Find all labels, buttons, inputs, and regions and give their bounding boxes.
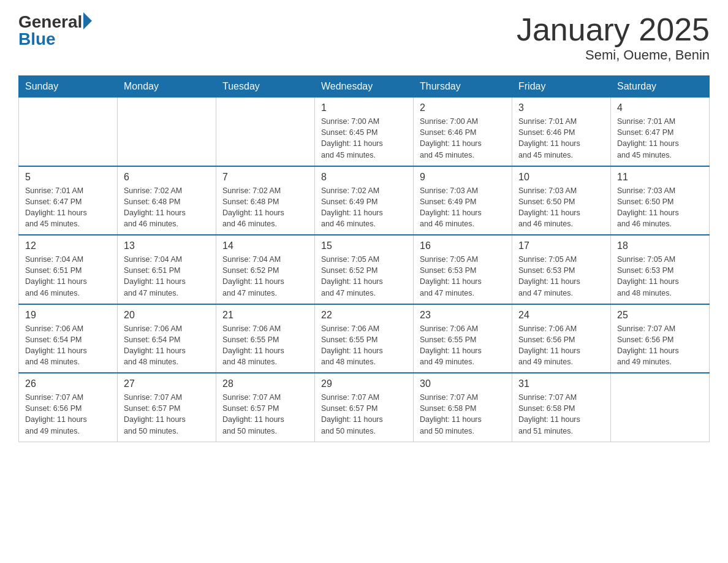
day-info: Sunrise: 7:01 AM Sunset: 6:47 PM Dayligh…	[617, 116, 703, 161]
day-info: Sunrise: 7:07 AM Sunset: 6:56 PM Dayligh…	[617, 323, 703, 368]
day-number: 26	[25, 378, 111, 389]
calendar-cell: 27Sunrise: 7:07 AM Sunset: 6:57 PM Dayli…	[118, 373, 216, 442]
calendar-cell: 13Sunrise: 7:04 AM Sunset: 6:51 PM Dayli…	[118, 235, 216, 304]
day-info: Sunrise: 7:07 AM Sunset: 6:56 PM Dayligh…	[25, 392, 111, 437]
day-number: 2	[420, 102, 506, 113]
calendar-cell	[19, 98, 118, 166]
day-info: Sunrise: 7:05 AM Sunset: 6:53 PM Dayligh…	[617, 254, 703, 299]
calendar-cell: 2Sunrise: 7:00 AM Sunset: 6:46 PM Daylig…	[414, 98, 512, 166]
day-number: 28	[222, 378, 308, 389]
day-info: Sunrise: 7:01 AM Sunset: 6:46 PM Dayligh…	[518, 116, 604, 161]
calendar-cell: 18Sunrise: 7:05 AM Sunset: 6:53 PM Dayli…	[611, 235, 710, 304]
day-info: Sunrise: 7:02 AM Sunset: 6:49 PM Dayligh…	[321, 185, 407, 230]
day-number: 9	[420, 172, 506, 183]
day-info: Sunrise: 7:00 AM Sunset: 6:45 PM Dayligh…	[321, 116, 407, 161]
calendar-week-row: 5Sunrise: 7:01 AM Sunset: 6:47 PM Daylig…	[19, 166, 710, 236]
day-number: 5	[25, 172, 111, 183]
day-info: Sunrise: 7:06 AM Sunset: 6:55 PM Dayligh…	[222, 323, 308, 368]
calendar-week-row: 1Sunrise: 7:00 AM Sunset: 6:45 PM Daylig…	[19, 98, 710, 166]
calendar-cell: 5Sunrise: 7:01 AM Sunset: 6:47 PM Daylig…	[19, 166, 118, 236]
day-header-friday: Friday	[512, 76, 611, 98]
day-info: Sunrise: 7:04 AM Sunset: 6:52 PM Dayligh…	[222, 254, 308, 299]
day-number: 24	[518, 310, 604, 321]
day-header-saturday: Saturday	[611, 76, 710, 98]
day-header-wednesday: Wednesday	[315, 76, 414, 98]
day-info: Sunrise: 7:00 AM Sunset: 6:46 PM Dayligh…	[420, 116, 506, 161]
calendar-cell: 22Sunrise: 7:06 AM Sunset: 6:55 PM Dayli…	[315, 304, 414, 373]
day-info: Sunrise: 7:06 AM Sunset: 6:56 PM Dayligh…	[518, 323, 604, 368]
calendar-cell: 8Sunrise: 7:02 AM Sunset: 6:49 PM Daylig…	[315, 166, 414, 236]
day-number: 22	[321, 310, 407, 321]
day-info: Sunrise: 7:04 AM Sunset: 6:51 PM Dayligh…	[124, 254, 210, 299]
day-number: 10	[518, 172, 604, 183]
day-number: 19	[25, 310, 111, 321]
day-number: 20	[124, 310, 210, 321]
calendar-cell: 25Sunrise: 7:07 AM Sunset: 6:56 PM Dayli…	[611, 304, 710, 373]
day-info: Sunrise: 7:03 AM Sunset: 6:49 PM Dayligh…	[420, 185, 506, 230]
calendar-cell: 9Sunrise: 7:03 AM Sunset: 6:49 PM Daylig…	[414, 166, 512, 236]
calendar-cell: 23Sunrise: 7:06 AM Sunset: 6:55 PM Dayli…	[414, 304, 512, 373]
logo-blue-text: Blue	[18, 29, 56, 49]
day-info: Sunrise: 7:06 AM Sunset: 6:55 PM Dayligh…	[420, 323, 506, 368]
day-info: Sunrise: 7:06 AM Sunset: 6:54 PM Dayligh…	[25, 323, 111, 368]
calendar-cell: 14Sunrise: 7:04 AM Sunset: 6:52 PM Dayli…	[216, 235, 315, 304]
calendar-cell: 1Sunrise: 7:00 AM Sunset: 6:45 PM Daylig…	[315, 98, 414, 166]
title-section: January 2025 Semi, Oueme, Benin	[517, 12, 710, 63]
calendar-cell: 10Sunrise: 7:03 AM Sunset: 6:50 PM Dayli…	[512, 166, 611, 236]
calendar-cell: 21Sunrise: 7:06 AM Sunset: 6:55 PM Dayli…	[216, 304, 315, 373]
day-number: 16	[420, 240, 506, 251]
day-info: Sunrise: 7:05 AM Sunset: 6:53 PM Dayligh…	[518, 254, 604, 299]
day-number: 1	[321, 102, 407, 113]
day-header-monday: Monday	[118, 76, 216, 98]
day-number: 13	[124, 240, 210, 251]
calendar-cell: 4Sunrise: 7:01 AM Sunset: 6:47 PM Daylig…	[611, 98, 710, 166]
calendar-cell: 15Sunrise: 7:05 AM Sunset: 6:52 PM Dayli…	[315, 235, 414, 304]
day-number: 31	[518, 378, 604, 389]
day-number: 17	[518, 240, 604, 251]
day-info: Sunrise: 7:02 AM Sunset: 6:48 PM Dayligh…	[222, 185, 308, 230]
day-info: Sunrise: 7:03 AM Sunset: 6:50 PM Dayligh…	[518, 185, 604, 230]
day-header-tuesday: Tuesday	[216, 76, 315, 98]
calendar-cell: 28Sunrise: 7:07 AM Sunset: 6:57 PM Dayli…	[216, 373, 315, 442]
calendar-week-row: 26Sunrise: 7:07 AM Sunset: 6:56 PM Dayli…	[19, 373, 710, 442]
day-info: Sunrise: 7:07 AM Sunset: 6:57 PM Dayligh…	[321, 392, 407, 437]
day-number: 25	[617, 310, 703, 321]
day-header-thursday: Thursday	[414, 76, 512, 98]
day-info: Sunrise: 7:03 AM Sunset: 6:50 PM Dayligh…	[617, 185, 703, 230]
day-info: Sunrise: 7:05 AM Sunset: 6:52 PM Dayligh…	[321, 254, 407, 299]
calendar-cell: 11Sunrise: 7:03 AM Sunset: 6:50 PM Dayli…	[611, 166, 710, 236]
day-number: 29	[321, 378, 407, 389]
calendar-cell: 20Sunrise: 7:06 AM Sunset: 6:54 PM Dayli…	[118, 304, 216, 373]
day-number: 27	[124, 378, 210, 389]
day-info: Sunrise: 7:07 AM Sunset: 6:58 PM Dayligh…	[420, 392, 506, 437]
day-info: Sunrise: 7:01 AM Sunset: 6:47 PM Dayligh…	[25, 185, 111, 230]
day-number: 18	[617, 240, 703, 251]
day-info: Sunrise: 7:06 AM Sunset: 6:54 PM Dayligh…	[124, 323, 210, 368]
calendar-cell: 24Sunrise: 7:06 AM Sunset: 6:56 PM Dayli…	[512, 304, 611, 373]
day-number: 14	[222, 240, 308, 251]
calendar-cell: 12Sunrise: 7:04 AM Sunset: 6:51 PM Dayli…	[19, 235, 118, 304]
day-number: 12	[25, 240, 111, 251]
day-header-sunday: Sunday	[19, 76, 118, 98]
calendar-week-row: 19Sunrise: 7:06 AM Sunset: 6:54 PM Dayli…	[19, 304, 710, 373]
day-info: Sunrise: 7:05 AM Sunset: 6:53 PM Dayligh…	[420, 254, 506, 299]
day-info: Sunrise: 7:07 AM Sunset: 6:57 PM Dayligh…	[124, 392, 210, 437]
day-number: 21	[222, 310, 308, 321]
calendar-title: January 2025	[517, 12, 710, 47]
day-number: 11	[617, 172, 703, 183]
day-info: Sunrise: 7:07 AM Sunset: 6:57 PM Dayligh…	[222, 392, 308, 437]
calendar-week-row: 12Sunrise: 7:04 AM Sunset: 6:51 PM Dayli…	[19, 235, 710, 304]
calendar-cell: 30Sunrise: 7:07 AM Sunset: 6:58 PM Dayli…	[414, 373, 512, 442]
day-number: 30	[420, 378, 506, 389]
day-number: 4	[617, 102, 703, 113]
day-info: Sunrise: 7:07 AM Sunset: 6:58 PM Dayligh…	[518, 392, 604, 437]
calendar-cell: 31Sunrise: 7:07 AM Sunset: 6:58 PM Dayli…	[512, 373, 611, 442]
page-header: General Blue January 2025 Semi, Oueme, B…	[18, 12, 710, 63]
calendar-cell	[216, 98, 315, 166]
calendar-cell: 19Sunrise: 7:06 AM Sunset: 6:54 PM Dayli…	[19, 304, 118, 373]
logo-triangle-icon	[83, 12, 92, 29]
calendar-cell: 29Sunrise: 7:07 AM Sunset: 6:57 PM Dayli…	[315, 373, 414, 442]
calendar-cell: 6Sunrise: 7:02 AM Sunset: 6:48 PM Daylig…	[118, 166, 216, 236]
calendar-cell: 7Sunrise: 7:02 AM Sunset: 6:48 PM Daylig…	[216, 166, 315, 236]
calendar-subtitle: Semi, Oueme, Benin	[517, 47, 710, 63]
